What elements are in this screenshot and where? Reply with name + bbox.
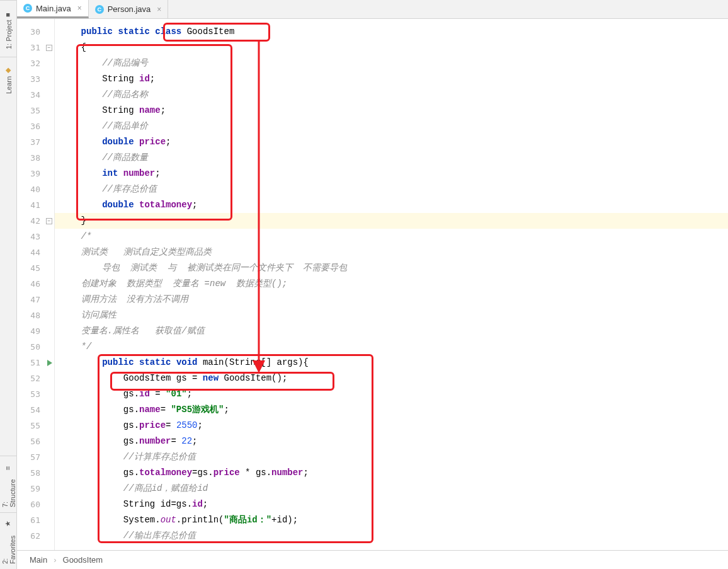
close-icon[interactable]: × (77, 4, 82, 13)
code-line: //商品单价 (55, 118, 728, 134)
code-line: //计算库存总价值 (55, 449, 728, 465)
line-number: 30 (17, 24, 54, 40)
code-line: double totalmoney; (55, 197, 728, 213)
line-number: 49 (17, 323, 54, 339)
line-number: 32 (17, 55, 54, 71)
line-number: 62 (17, 528, 54, 544)
code-line: System.out.println("商品id："+id); (55, 512, 728, 528)
tab-person-java[interactable]: C Person.java × (89, 0, 169, 18)
line-number: 39 (17, 166, 54, 181)
editor-tabs: C Main.java × C Person.java × (17, 0, 728, 19)
code-line: public static class GoodsItem (55, 24, 728, 40)
code-line: gs.totalmoney=gs.price * gs.number; (55, 465, 728, 481)
breadcrumb: Main › GoodsItem (17, 550, 728, 569)
code-line: 访问属性 (55, 307, 728, 323)
line-number: 44 (17, 244, 54, 260)
code-line: //商品名称 (55, 87, 728, 103)
star-icon: ★ (4, 518, 13, 527)
java-class-icon: C (95, 5, 104, 14)
line-number: 40 (17, 181, 54, 197)
gutter: 3031−3233343536373839404142−434445464748… (17, 19, 55, 550)
code-line: String id=gs.id; (55, 497, 728, 512)
line-number: 31− (17, 40, 54, 55)
line-number: 50 (17, 339, 54, 355)
line-number: 35 (17, 103, 54, 118)
code-line: 变量名.属性名 获取值/赋值 (55, 323, 728, 339)
rail-learn[interactable]: Learn ◆ (0, 57, 17, 101)
fold-icon[interactable]: − (46, 218, 52, 224)
code-line: public static void main(String[] args){ (55, 355, 728, 371)
rail-favorites[interactable]: 2: Favorites ★ (0, 512, 17, 569)
code-line: */ (55, 339, 728, 355)
line-number: 47 (17, 292, 54, 307)
line-number: 57 (17, 449, 54, 465)
code-line: 导包 测试类 与 被测试类在同一个文件夹下 不需要导包 (55, 260, 728, 276)
code-line: //输出库存总价值 (55, 528, 728, 544)
line-number: 48 (17, 307, 54, 323)
line-number: 54 (17, 402, 54, 418)
code-line-current: } (55, 213, 728, 229)
close-icon[interactable]: × (157, 5, 161, 14)
line-number: 55 (17, 418, 54, 434)
tab-label: Main.java (36, 4, 71, 13)
line-number: 41 (17, 197, 54, 213)
code-line: //商品数量 (55, 150, 728, 166)
code-line: { (55, 40, 728, 55)
code-line: gs.price= 2550; (55, 418, 728, 434)
chevron-right-icon: › (54, 555, 56, 565)
line-number: 51 (17, 355, 54, 371)
fold-icon[interactable]: − (46, 45, 52, 51)
code-line: gs.id = "01"; (55, 386, 728, 402)
breadcrumb-item[interactable]: GoodsItem (63, 555, 103, 565)
tab-main-java[interactable]: C Main.java × (17, 0, 89, 18)
code-area[interactable]: public static class GoodsItem { //商品编号 S… (55, 19, 728, 550)
line-number: 37 (17, 134, 54, 150)
code-line: String id; (55, 71, 728, 87)
code-line: String name; (55, 103, 728, 118)
code-line: //库存总价值 (55, 181, 728, 197)
line-number: 38 (17, 150, 54, 166)
rail-project[interactable]: 1: Project ■ (0, 0, 17, 57)
code-line: //商品编号 (55, 55, 728, 71)
code-line: 创建对象 数据类型 变量名 =new 数据类型(); (55, 276, 728, 292)
java-class-icon: C (23, 4, 32, 13)
line-number: 56 (17, 434, 54, 449)
code-line: int number; (55, 166, 728, 181)
breadcrumb-item[interactable]: Main (30, 555, 47, 565)
folder-icon: ■ (4, 8, 13, 17)
line-number: 53 (17, 386, 54, 402)
code-line: double price; (55, 134, 728, 150)
rail-learn-label: Learn (5, 76, 13, 93)
code-line: /* (55, 229, 728, 244)
code-line: 测试类 测试自定义类型商品类 (55, 244, 728, 260)
code-line: gs.name= "PS5游戏机"; (55, 402, 728, 418)
rail-structure[interactable]: 7: Structure ≡ (0, 456, 17, 512)
line-number: 34 (17, 87, 54, 103)
rail-favorites-label: 2: Favorites (1, 529, 16, 564)
line-number: 45 (17, 260, 54, 276)
rail-structure-label: 7: Structure (1, 473, 16, 507)
line-number: 60 (17, 497, 54, 512)
line-number: 58 (17, 465, 54, 481)
line-number: 59 (17, 481, 54, 497)
line-number: 42− (17, 213, 54, 229)
code-line: GoodsItem gs = new GoodsItem(); (55, 371, 728, 386)
tab-label: Person.java (108, 4, 151, 14)
editor[interactable]: 3031−3233343536373839404142−434445464748… (17, 19, 728, 550)
rail-project-label: 1: Project (5, 20, 13, 49)
code-line: //商品id，赋值给id (55, 481, 728, 497)
run-gutter-icon[interactable] (47, 360, 52, 366)
line-number: 61 (17, 512, 54, 528)
line-number: 52 (17, 371, 54, 386)
line-number: 33 (17, 71, 54, 87)
line-number: 46 (17, 276, 54, 292)
line-number: 36 (17, 118, 54, 134)
code-line: 调用方法 没有方法不调用 (55, 292, 728, 307)
learn-icon: ◆ (4, 64, 13, 73)
structure-icon: ≡ (4, 461, 13, 470)
line-number: 43 (17, 229, 54, 244)
code-line: gs.number= 22; (55, 434, 728, 449)
tool-window-rail: 1: Project ■ Learn ◆ 7: Structure ≡ 2: F… (0, 0, 17, 569)
